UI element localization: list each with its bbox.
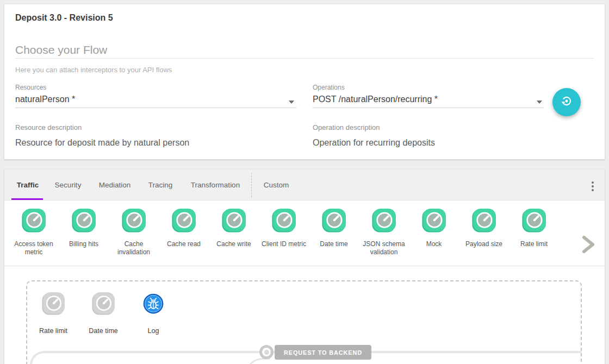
tab-transformation[interactable]: Transformation (191, 181, 240, 189)
gauge-icon (172, 209, 196, 235)
interceptor-rate-limit[interactable]: Rate limit (509, 209, 559, 266)
gauge-icon (22, 209, 46, 235)
interceptor-cache-write[interactable]: Cache write (209, 209, 259, 266)
resource-description-label: Resource description (15, 123, 82, 131)
interceptor-json-schema-validation[interactable]: JSON schema validation (359, 209, 409, 266)
interceptor-client-id-metric[interactable]: Client ID metric (259, 209, 309, 266)
section-divider (15, 58, 594, 59)
gauge-icon (272, 209, 296, 235)
resource-description-value: Resource for deposit made by natural per… (15, 138, 189, 148)
interceptor-payload-size[interactable]: Payload size (459, 209, 509, 266)
attached-interceptor-date-time[interactable]: Date time (78, 292, 128, 335)
resources-label: Resources (15, 84, 46, 91)
interceptor-label: Access token metric (9, 240, 59, 256)
interceptor-cache-read[interactable]: Cache read (159, 209, 209, 266)
interceptor-label: Rate limit (519, 240, 549, 248)
gauge-icon (372, 209, 396, 235)
gauge-icon (522, 209, 546, 235)
operations-select[interactable]: POST /naturalPerson/recurring * (313, 95, 438, 104)
interceptor-palette: Access token metric Billing hits Cache i… (4, 201, 605, 266)
resources-caret-icon[interactable] (289, 101, 294, 104)
gauge-icon (472, 209, 496, 235)
interceptor-label: Client ID metric (260, 240, 307, 248)
interceptor-label: Cache read (166, 240, 202, 248)
interceptor-cache-invalidation[interactable]: Cache invalidation (109, 209, 159, 266)
operations-label: Operations (313, 84, 345, 91)
tab-custom[interactable]: Custom (264, 181, 289, 189)
api-title: Deposit 3.0 - Revision 5 (15, 13, 113, 23)
section-subtitle: Here you can attach interceptors to your… (15, 66, 172, 74)
interceptor-label: Cache invalidation (109, 240, 159, 256)
api-header-card: Deposit 3.0 - Revision 5 Choose your Flo… (4, 4, 605, 159)
interceptor-label: Mock (425, 240, 443, 248)
interceptor-billing-hits[interactable]: Billing hits (59, 209, 109, 266)
interceptor-label: Billing hits (68, 240, 100, 248)
gauge-icon (122, 209, 146, 235)
interceptor-label: Payload size (464, 240, 504, 248)
api-flow-editor-page: Deposit 3.0 - Revision 5 Choose your Flo… (0, 0, 609, 364)
attached-interceptors-row: Rate limit Date time (27, 281, 581, 335)
attached-interceptor-label: Rate limit (39, 327, 67, 335)
tab-group-divider (251, 173, 252, 197)
gauge-gray-icon (92, 292, 115, 317)
palette-scroll-right-button[interactable] (582, 236, 596, 255)
section-title: Choose your Flow (15, 43, 107, 57)
interceptor-label: Cache write (215, 240, 252, 248)
tab-tracing[interactable]: Tracing (148, 181, 173, 189)
gauge-gray-icon (42, 292, 65, 317)
chevron-right-icon (582, 246, 596, 255)
interceptor-label: Date time (319, 240, 349, 248)
flow-connector-node (259, 345, 274, 359)
gauge-icon (222, 209, 246, 235)
resources-underline (15, 108, 296, 108)
attached-interceptor-log[interactable]: Log (128, 292, 178, 335)
tab-security[interactable]: Security (55, 181, 82, 189)
bug-log-icon (142, 292, 165, 317)
attached-interceptor-label: Log (148, 327, 159, 335)
operation-description-label: Operation description (313, 123, 380, 131)
interceptor-label: JSON schema validation (359, 240, 409, 256)
interceptors-card: Traffic Security Mediation Tracing Trans… (4, 170, 605, 364)
gauge-icon (72, 209, 96, 235)
interceptor-access-token-metric[interactable]: Access token metric (9, 209, 59, 266)
operation-description-value: Operation for recurring deposits (313, 138, 435, 148)
interceptor-mock[interactable]: Mock (409, 209, 459, 266)
attached-interceptor-label: Date time (89, 327, 118, 335)
interceptor-tabbar: Traffic Security Mediation Tracing Trans… (4, 170, 605, 200)
resources-select[interactable]: naturalPerson * (15, 95, 75, 104)
interceptor-date-time[interactable]: Date time (309, 209, 359, 266)
operations-caret-icon[interactable] (537, 101, 542, 104)
gauge-icon (322, 209, 346, 235)
more-options-icon[interactable] (588, 181, 597, 191)
operations-underline (313, 108, 544, 108)
request-to-backend-badge: REQUEST TO BACKEND (275, 345, 371, 360)
attached-interceptor-rate-limit[interactable]: Rate limit (28, 292, 78, 335)
tab-traffic[interactable]: Traffic (17, 181, 39, 189)
tab-mediation[interactable]: Mediation (99, 181, 131, 189)
history-restore-icon (560, 94, 574, 110)
gauge-icon (422, 209, 446, 235)
active-tab-indicator (11, 198, 43, 200)
reload-revision-button[interactable] (552, 88, 581, 116)
